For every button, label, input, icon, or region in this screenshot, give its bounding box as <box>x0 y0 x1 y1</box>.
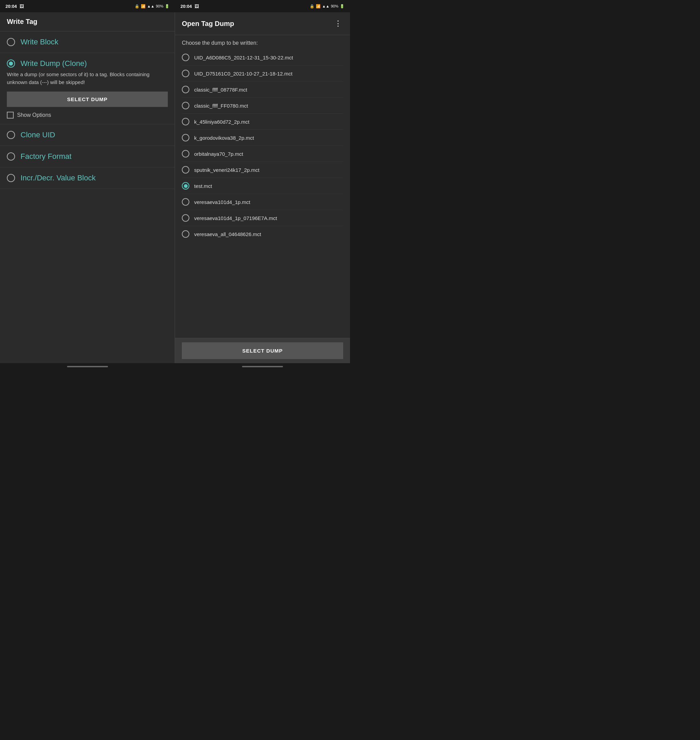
dump-radio-outer <box>182 198 189 206</box>
signal-icon: ▲▲ <box>147 4 154 8</box>
dump-radio-outer <box>182 150 189 157</box>
wifi-icon-r: 📶 <box>316 4 321 9</box>
show-options-row[interactable]: Show Options <box>7 112 168 119</box>
left-header: Write Tag <box>0 12 175 31</box>
write-block-label: Write Block <box>21 38 59 47</box>
dump-item[interactable]: UID_D75161C0_2021-10-27_21-18-12.mct <box>182 66 343 82</box>
clone-uid-label: Clone UID <box>21 131 55 139</box>
left-panel-title: Write Tag <box>7 18 37 25</box>
battery-left: 90% <box>156 4 163 8</box>
write-block-option[interactable]: Write Block <box>0 31 175 53</box>
app-container: Write Tag Write Block Write Dump (Clone)… <box>0 12 350 363</box>
dump-item[interactable]: test.mct <box>182 178 343 194</box>
write-dump-header[interactable]: Write Dump (Clone) <box>7 53 168 71</box>
left-status-bar: 20:04 🖼 🔒 📶 ▲▲ 90% 🔋 <box>0 0 175 12</box>
incr-decr-option[interactable]: Incr./Decr. Value Block <box>0 167 175 189</box>
dump-radio-outer <box>182 230 189 238</box>
lock-icon: 🔒 <box>135 4 140 9</box>
dump-item[interactable]: k_45liniya60d72_2p.mct <box>182 114 343 130</box>
incr-decr-radio <box>7 174 15 182</box>
left-status-icons: 🔒 📶 ▲▲ 90% 🔋 <box>135 4 169 9</box>
write-dump-radio-inner <box>9 62 13 66</box>
select-dump-button[interactable]: SELECT DUMP <box>7 91 168 107</box>
battery-right: 90% <box>331 4 338 8</box>
right-time: 20:04 <box>181 4 192 9</box>
right-header: Open Tag Dump ⋮ <box>175 12 350 35</box>
dump-filename: UID_D75161C0_2021-10-27_21-18-12.mct <box>194 71 293 76</box>
dump-item[interactable]: k_gorodovikova38_2p.mct <box>182 130 343 146</box>
clone-uid-radio <box>7 131 15 139</box>
dump-item[interactable]: veresaeva101d4_1p_07196E7A.mct <box>182 210 343 226</box>
right-panel-title: Open Tag Dump <box>182 20 234 28</box>
right-status-icons: 🔒 📶 ▲▲ 90% 🔋 <box>310 4 344 9</box>
dump-radio-outer <box>182 54 189 61</box>
left-home-indicator <box>67 366 108 367</box>
dump-filename: veresaeva_all_04648626.mct <box>194 231 261 237</box>
dump-radio-outer <box>182 214 189 222</box>
dump-item[interactable]: orbitalnaya70_7p.mct <box>182 146 343 162</box>
dump-filename: k_gorodovikova38_2p.mct <box>194 135 254 141</box>
right-home-indicator <box>242 366 283 367</box>
left-home-bar <box>0 363 175 370</box>
choose-dump-label: Choose the dump to be written: <box>175 35 350 50</box>
right-home-bar <box>175 363 350 370</box>
home-bar <box>0 363 350 370</box>
factory-format-option[interactable]: Factory Format <box>0 146 175 167</box>
battery-icon-left: 🔋 <box>165 4 169 9</box>
dump-item[interactable]: sputnik_veneri24k17_2p.mct <box>182 162 343 178</box>
left-photo-icon: 🖼 <box>19 4 24 9</box>
dump-radio-outer <box>182 182 189 189</box>
wifi-icon: 📶 <box>141 4 146 9</box>
dump-item[interactable]: classic_ffff_08778F.mct <box>182 82 343 98</box>
dump-radio-inner <box>184 184 188 188</box>
left-time: 20:04 <box>6 4 17 9</box>
dump-file-list: UID_A6D086C5_2021-12-31_15-30-22.mctUID_… <box>175 50 350 338</box>
right-photo-icon: 🖼 <box>194 4 199 9</box>
clone-uid-option[interactable]: Clone UID <box>0 124 175 146</box>
right-select-dump-button[interactable]: SELECT DUMP <box>182 342 343 359</box>
show-options-label: Show Options <box>17 112 51 118</box>
dump-filename: test.mct <box>194 183 212 189</box>
show-options-checkbox[interactable] <box>7 112 14 119</box>
more-options-icon[interactable]: ⋮ <box>333 18 343 29</box>
right-panel: Open Tag Dump ⋮ Choose the dump to be wr… <box>175 12 350 363</box>
dump-item[interactable]: veresaeva101d4_1p.mct <box>182 194 343 210</box>
dump-filename: veresaeva101d4_1p.mct <box>194 199 250 205</box>
dump-radio-outer <box>182 166 189 173</box>
dump-filename: classic_ffff_FF0780.mct <box>194 103 248 109</box>
write-dump-radio <box>7 59 15 68</box>
write-dump-label: Write Dump (Clone) <box>21 59 87 68</box>
dump-filename: classic_ffff_08778F.mct <box>194 87 247 92</box>
dump-item[interactable]: veresaeva_all_04648626.mct <box>182 226 343 242</box>
dump-radio-outer <box>182 102 189 109</box>
dump-filename: sputnik_veneri24k17_2p.mct <box>194 167 259 173</box>
dump-radio-outer <box>182 70 189 77</box>
dump-radio-outer <box>182 86 189 93</box>
right-footer: SELECT DUMP <box>175 338 350 363</box>
factory-format-label: Factory Format <box>21 152 71 161</box>
dump-filename: orbitalnaya70_7p.mct <box>194 151 243 157</box>
dump-item[interactable]: classic_ffff_FF0780.mct <box>182 98 343 114</box>
dump-item[interactable]: UID_A6D086C5_2021-12-31_15-30-22.mct <box>182 50 343 66</box>
right-status-bar: 20:04 🖼 🔒 📶 ▲▲ 90% 🔋 <box>175 0 350 12</box>
battery-icon-right: 🔋 <box>340 4 344 9</box>
signal-icon-r: ▲▲ <box>322 4 329 8</box>
dump-radio-outer <box>182 134 189 141</box>
dump-filename: veresaeva101d4_1p_07196E7A.mct <box>194 215 277 221</box>
factory-format-radio <box>7 153 15 161</box>
lock-icon-r: 🔒 <box>310 4 315 9</box>
write-dump-section: Write Dump (Clone) Write a dump (or some… <box>0 53 175 124</box>
left-panel: Write Tag Write Block Write Dump (Clone)… <box>0 12 175 363</box>
dump-filename: UID_A6D086C5_2021-12-31_15-30-22.mct <box>194 55 293 60</box>
dump-radio-outer <box>182 118 189 125</box>
status-bar: 20:04 🖼 🔒 📶 ▲▲ 90% 🔋 20:04 🖼 🔒 📶 ▲▲ 90% … <box>0 0 350 12</box>
dump-filename: k_45liniya60d72_2p.mct <box>194 119 250 125</box>
write-block-radio <box>7 38 15 46</box>
incr-decr-label: Incr./Decr. Value Block <box>21 173 96 182</box>
write-dump-description: Write a dump (or some sectors of it) to … <box>7 71 168 86</box>
